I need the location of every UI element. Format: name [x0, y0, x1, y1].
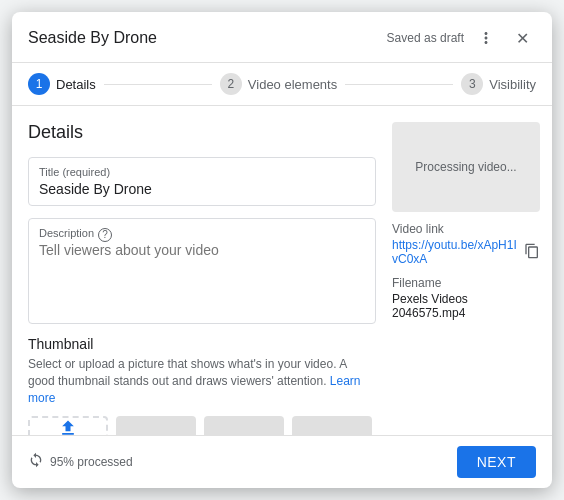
step-3-label: Visibility — [489, 77, 536, 92]
more-options-button[interactable] — [472, 24, 500, 52]
filename-section: Filename Pexels Videos 2046575.mp4 — [392, 276, 540, 320]
thumbnail-preview-1[interactable] — [116, 416, 196, 435]
header-actions: Saved as draft ✕ — [387, 24, 536, 52]
step-1: 1 Details — [28, 73, 96, 95]
video-link-label: Video link — [392, 222, 540, 236]
copy-link-icon[interactable] — [524, 243, 540, 262]
filename-value: Pexels Videos 2046575.mp4 — [392, 292, 540, 320]
thumbnail-section: Thumbnail Select or upload a picture tha… — [28, 336, 376, 435]
progress-section: 95% processed — [28, 452, 133, 472]
thumbnail-preview-3[interactable] — [292, 416, 372, 435]
step-1-number: 1 — [28, 73, 50, 95]
step-2: 2 Video elements — [220, 73, 337, 95]
step-connector-2 — [345, 84, 453, 85]
step-2-label: Video elements — [248, 77, 337, 92]
step-2-number: 2 — [220, 73, 242, 95]
thumbnail-preview-2[interactable] — [204, 416, 284, 435]
modal-title: Seaside By Drone — [28, 29, 157, 47]
details-title: Details — [28, 122, 376, 143]
title-field-group: Title (required) — [28, 157, 376, 206]
video-link-row: https://youtu.be/xApH1IvC0xA — [392, 238, 540, 266]
step-1-label: Details — [56, 77, 96, 92]
description-label-row: Description ? — [39, 227, 365, 242]
filename-label: Filename — [392, 276, 540, 290]
title-label: Title (required) — [39, 166, 365, 178]
thumbnail-description: Select or upload a picture that shows wh… — [28, 356, 376, 406]
saved-draft-label: Saved as draft — [387, 31, 464, 45]
step-3: 3 Visibility — [461, 73, 536, 95]
thumbnail-title: Thumbnail — [28, 336, 376, 352]
description-field-group: Description ? — [28, 218, 376, 324]
modal-body: Details Title (required) Description ? T… — [12, 106, 552, 435]
progress-text: 95% processed — [50, 455, 133, 469]
title-input[interactable] — [39, 181, 365, 197]
video-link-section: Video link https://youtu.be/xApH1IvC0xA — [392, 222, 540, 266]
description-label: Description — [39, 227, 94, 239]
right-panel: Processing video... Video link https://y… — [392, 106, 552, 435]
close-button[interactable]: ✕ — [508, 24, 536, 52]
upload-thumbnail-button[interactable]: Upload thumbnail — [28, 416, 108, 435]
main-content: Details Title (required) Description ? T… — [12, 106, 392, 435]
modal-footer: 95% processed NEXT — [12, 435, 552, 488]
step-connector-1 — [104, 84, 212, 85]
thumbnail-options: Upload thumbnail — [28, 416, 376, 435]
next-button[interactable]: NEXT — [457, 446, 536, 478]
steps-bar: 1 Details 2 Video elements 3 Visibility — [12, 63, 552, 106]
processing-icon — [28, 452, 44, 472]
description-help-icon[interactable]: ? — [98, 228, 112, 242]
video-url-link[interactable]: https://youtu.be/xApH1IvC0xA — [392, 238, 520, 266]
video-preview: Processing video... — [392, 122, 540, 212]
upload-icon — [58, 418, 78, 435]
description-textarea[interactable] — [39, 242, 365, 312]
modal-header: Seaside By Drone Saved as draft ✕ — [12, 12, 552, 63]
upload-modal: Seaside By Drone Saved as draft ✕ 1 Deta… — [12, 12, 552, 488]
step-3-number: 3 — [461, 73, 483, 95]
close-icon: ✕ — [516, 29, 529, 48]
